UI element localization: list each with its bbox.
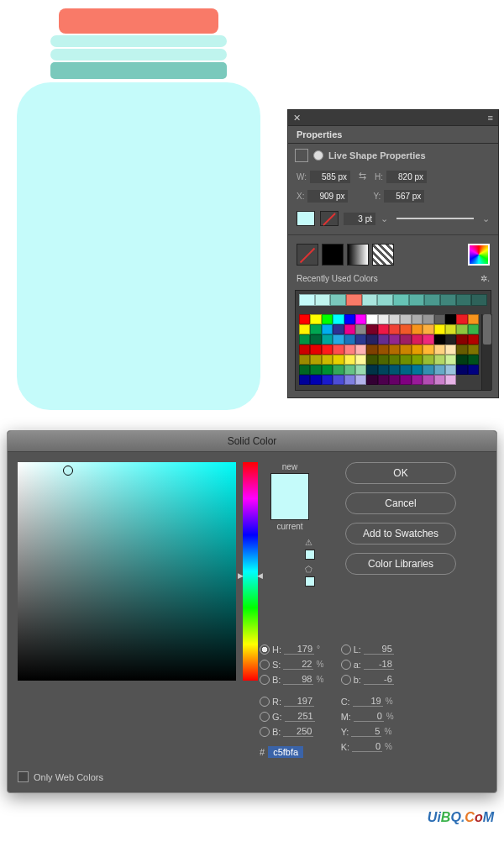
recent-swatch[interactable] — [362, 294, 378, 306]
b-input[interactable]: 98 — [283, 674, 313, 685]
palette-swatch[interactable] — [445, 324, 456, 334]
close-icon[interactable]: ✕ — [293, 113, 301, 124]
palette-swatch[interactable] — [355, 345, 366, 355]
y-input[interactable]: 5 — [351, 726, 381, 737]
palette-swatch[interactable] — [366, 314, 377, 324]
palette-swatch[interactable] — [366, 365, 377, 375]
palette-swatch[interactable] — [434, 324, 445, 334]
palette-swatch[interactable] — [344, 345, 355, 355]
palette-swatch[interactable] — [456, 314, 467, 324]
recent-swatch[interactable] — [299, 294, 315, 306]
scroll-thumb[interactable] — [483, 314, 491, 345]
palette-swatch[interactable] — [400, 375, 411, 385]
palette-swatch[interactable] — [299, 355, 310, 365]
palette-swatch[interactable] — [456, 355, 467, 365]
palette-swatch[interactable] — [389, 345, 400, 355]
panel-menu-icon[interactable]: ≡ — [488, 113, 493, 123]
l-input[interactable]: 95 — [364, 644, 394, 655]
palette-swatch[interactable] — [423, 355, 433, 365]
palette-swatch[interactable] — [423, 345, 433, 355]
palette-swatch[interactable] — [310, 334, 321, 345]
palette-swatch[interactable] — [310, 355, 321, 365]
palette-swatch[interactable] — [299, 345, 310, 355]
width-input[interactable]: 585 px — [310, 171, 350, 183]
palette-swatch[interactable] — [400, 355, 411, 365]
b2-radio[interactable] — [260, 727, 270, 737]
palette-swatch[interactable] — [355, 355, 366, 365]
palette-swatch[interactable] — [389, 375, 400, 385]
l-radio[interactable] — [341, 644, 351, 655]
palette-swatch[interactable] — [333, 355, 344, 365]
palette-swatch[interactable] — [310, 345, 321, 355]
palette-swatch[interactable] — [344, 324, 355, 334]
websafe-swatch[interactable] — [305, 576, 315, 587]
palette-swatch[interactable] — [333, 324, 344, 334]
palette-swatch[interactable] — [423, 375, 433, 385]
palette-swatch[interactable] — [355, 324, 366, 334]
recent-swatch[interactable] — [409, 294, 425, 306]
palette-swatch[interactable] — [322, 314, 333, 324]
fill-pattern-button[interactable] — [372, 244, 394, 266]
palette-swatch[interactable] — [434, 345, 445, 355]
palette-swatch[interactable] — [434, 334, 445, 345]
palette-swatch[interactable] — [344, 334, 355, 345]
palette-swatch[interactable] — [366, 324, 377, 334]
palette-swatch[interactable] — [310, 375, 321, 385]
palette-swatch[interactable] — [412, 355, 423, 365]
palette-swatch[interactable] — [412, 375, 423, 385]
hue-slider-thumb[interactable]: ▶◀ — [238, 571, 263, 580]
palette-swatch[interactable] — [322, 365, 333, 375]
recent-swatch[interactable] — [377, 294, 393, 306]
palette-swatch[interactable] — [445, 375, 456, 385]
palette-swatch[interactable] — [366, 334, 377, 345]
palette-swatch[interactable] — [456, 334, 467, 345]
palette-swatch[interactable] — [310, 324, 321, 334]
palette-swatch[interactable] — [412, 334, 423, 345]
palette-swatch[interactable] — [366, 355, 377, 365]
recent-swatch[interactable] — [456, 294, 472, 306]
gamut-swatch[interactable] — [305, 550, 315, 560]
palette-swatch[interactable] — [322, 355, 333, 365]
palette-swatch[interactable] — [378, 345, 389, 355]
b2-input[interactable]: 250 — [283, 726, 313, 737]
palette-swatch[interactable] — [333, 345, 344, 355]
fill-gradient-button[interactable] — [347, 244, 369, 266]
ok-button[interactable]: OK — [345, 462, 456, 484]
palette-swatch[interactable] — [322, 375, 333, 385]
palette-swatch[interactable] — [333, 334, 344, 345]
palette-swatch[interactable] — [389, 355, 400, 365]
palette-swatch[interactable] — [378, 365, 389, 375]
palette-swatch[interactable] — [355, 375, 366, 385]
cube-icon[interactable]: ⬠ — [305, 563, 315, 576]
palette-swatch[interactable] — [468, 334, 479, 345]
palette-swatch[interactable] — [389, 334, 400, 345]
color-field-cursor[interactable] — [63, 466, 73, 476]
stroke-weight-input[interactable]: 3 pt — [344, 213, 375, 225]
palette-swatch[interactable] — [434, 355, 445, 365]
palette-swatch[interactable] — [355, 365, 366, 375]
y-input[interactable]: 567 px — [384, 190, 424, 203]
palette-swatch[interactable] — [333, 365, 344, 375]
palette-swatch[interactable] — [400, 324, 411, 334]
palette-swatch[interactable] — [400, 365, 411, 375]
palette-swatch[interactable] — [344, 365, 355, 375]
palette-swatch[interactable] — [310, 314, 321, 324]
palette-swatch[interactable] — [468, 365, 479, 375]
palette-swatch[interactable] — [322, 345, 333, 355]
hex-input[interactable]: c5fbfa — [268, 746, 303, 758]
palette-swatch[interactable] — [468, 314, 479, 324]
palette-swatch[interactable] — [423, 314, 433, 324]
palette-swatch[interactable] — [423, 324, 433, 334]
labb-input[interactable]: -6 — [364, 674, 394, 685]
recent-swatch[interactable] — [471, 294, 487, 306]
palette-swatch[interactable] — [468, 355, 479, 365]
palette-swatch[interactable] — [366, 375, 377, 385]
g-radio[interactable] — [260, 712, 270, 722]
palette-swatch[interactable] — [389, 314, 400, 324]
labb-radio[interactable] — [341, 675, 351, 685]
palette-swatch[interactable] — [445, 314, 456, 324]
bri-radio[interactable] — [260, 675, 270, 685]
palette-swatch[interactable] — [434, 375, 445, 385]
stroke-style-preview[interactable] — [396, 218, 474, 219]
palette-swatch[interactable] — [333, 314, 344, 324]
